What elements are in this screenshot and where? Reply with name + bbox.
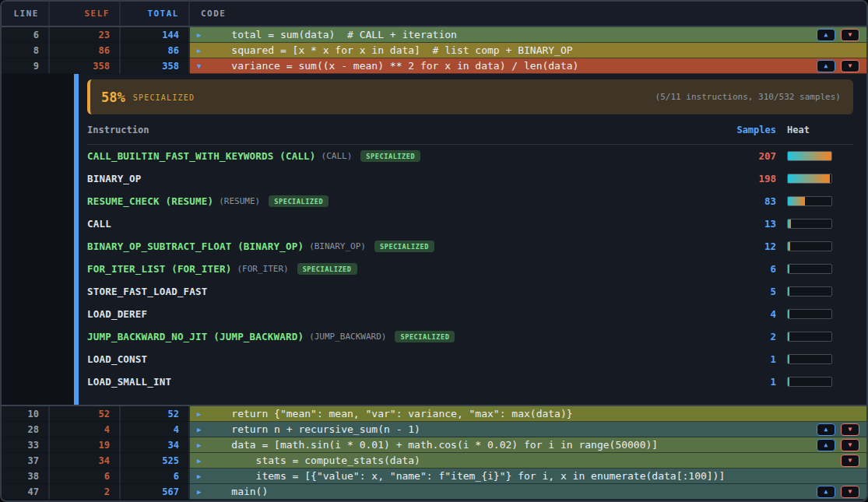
- instruction-row: JUMP_BACKWARD_NO_JIT (JUMP_BACKWARD)(JUM…: [87, 325, 853, 348]
- expand-icon[interactable]: ▶: [197, 426, 207, 434]
- opcode-name: LOAD_CONST: [87, 353, 147, 365]
- heat-bar: [787, 174, 832, 184]
- heat-bar: [787, 332, 832, 342]
- line-number: 37: [2, 453, 50, 469]
- opcode-name: LOAD_SMALL_INT: [87, 376, 171, 388]
- instruction-name-cell: LOAD_CONST: [87, 353, 722, 365]
- opcode-base-name: (RESUME): [219, 196, 260, 206]
- code-line-row: 9358358▼ variance = sum((x - mean) ** 2 …: [2, 58, 866, 74]
- line-number: 8: [2, 43, 50, 58]
- jump-up-button[interactable]: ▲: [817, 29, 835, 41]
- instruction-row: CALL_BUILTIN_FAST_WITH_KEYWORDS (CALL)(C…: [87, 145, 853, 167]
- line-number: 28: [2, 422, 50, 437]
- total-samples: 52: [121, 406, 190, 422]
- code-cell: ▶ squared = [x * x for x in data] # list…: [190, 43, 866, 58]
- row-nav-buttons: ▲▼: [817, 60, 859, 72]
- heat-bar: [787, 241, 832, 251]
- source-code-text: variance = sum((x - mean) ** 2 for x in …: [207, 60, 817, 72]
- total-samples: 144: [121, 27, 190, 43]
- heat-bar: [787, 219, 832, 229]
- instruction-row: BINARY_OP_SUBTRACT_FLOAT (BINARY_OP)(BIN…: [87, 235, 853, 258]
- line-number: 6: [2, 27, 50, 43]
- expand-icon[interactable]: ▶: [197, 457, 207, 465]
- heat-bar-fill: [788, 174, 830, 183]
- instruction-name-cell: FOR_ITER_LIST (FOR_ITER)(FOR_ITER)SPECIA…: [87, 263, 722, 275]
- heat-bar: [787, 286, 832, 297]
- source-code-text: return n + recursive_sum(n - 1): [207, 423, 817, 435]
- opcode-name: LOAD_DEREF: [87, 308, 147, 320]
- opcode-name: FOR_ITER_LIST (FOR_ITER): [87, 263, 231, 275]
- jump-down-button[interactable]: ▼: [841, 60, 859, 72]
- expand-icon[interactable]: ▶: [197, 488, 207, 496]
- heat-bar-fill: [788, 152, 831, 160]
- instruction-name-cell: CALL: [87, 218, 722, 230]
- heat-bar-fill: [788, 310, 789, 318]
- code-cell: ▶ return n + recursive_sum(n - 1)▲▼: [190, 422, 866, 437]
- code-line-row: 472567▶ main()▲▼: [2, 484, 866, 500]
- jump-up-button[interactable]: ▲: [817, 60, 835, 72]
- line-number: 9: [2, 58, 50, 74]
- expand-icon[interactable]: ▶: [197, 472, 207, 480]
- instruction-row: FOR_ITER_LIST (FOR_ITER)(FOR_ITER)SPECIA…: [87, 258, 853, 280]
- self-samples: 23: [50, 27, 121, 43]
- self-samples: 34: [50, 453, 121, 469]
- instruction-name-cell: RESUME_CHECK (RESUME)(RESUME)SPECIALIZED: [87, 195, 722, 207]
- expand-icon[interactable]: ▶: [197, 47, 207, 54]
- expand-icon[interactable]: ▶: [197, 441, 207, 449]
- specialization-panel-body: 58% SPECIALIZED (5/11 instructions, 310/…: [79, 74, 866, 405]
- samples-column-header[interactable]: Samples: [722, 125, 776, 135]
- opcode-name: BINARY_OP_SUBTRACT_FLOAT (BINARY_OP): [87, 240, 304, 252]
- heat-bar: [787, 264, 832, 274]
- instruction-name-cell: CALL_BUILTIN_FAST_WITH_KEYWORDS (CALL)(C…: [87, 150, 722, 162]
- source-code-text: total = sum(data) # CALL + iteration: [207, 29, 817, 40]
- jump-down-button[interactable]: ▼: [841, 423, 859, 436]
- self-samples: 52: [50, 406, 121, 422]
- heat-bar-fill: [788, 332, 789, 341]
- heat-bar: [787, 196, 832, 206]
- specialized-badge: SPECIALIZED: [395, 331, 455, 342]
- jump-down-button[interactable]: ▼: [841, 455, 859, 467]
- code-line-row: 88686▶ squared = [x * x for x in data] #…: [2, 43, 866, 58]
- code-line-row: 3866▶ items = [{"value": x, "name": f"it…: [2, 469, 866, 484]
- column-header-self: SELF: [50, 2, 121, 26]
- source-code-text: stats = compute_stats(data): [207, 455, 841, 466]
- instruction-row: BINARY_OP198: [87, 167, 853, 190]
- opcode-name: CALL: [87, 218, 111, 230]
- code-cell: ▶ total = sum(data) # CALL + iteration▲▼: [190, 27, 866, 43]
- code-cell: ▶ items = [{"value": x, "name": f"item_{…: [190, 469, 866, 484]
- source-code-text: return {"mean": mean, "var": variance, "…: [207, 408, 866, 420]
- specialized-percent: 58%: [101, 90, 125, 105]
- collapse-icon[interactable]: ▼: [197, 62, 207, 70]
- instruction-name-cell: LOAD_SMALL_INT: [87, 376, 722, 388]
- line-number: 33: [2, 437, 50, 453]
- expand-icon[interactable]: ▶: [197, 31, 207, 39]
- total-samples: 6: [121, 469, 190, 484]
- jump-down-button[interactable]: ▼: [841, 29, 859, 41]
- source-code-text: main(): [207, 486, 817, 497]
- sample-count: 1: [722, 376, 776, 388]
- jump-up-button[interactable]: ▲: [817, 486, 835, 498]
- specialized-label: SPECIALIZED: [133, 93, 195, 102]
- jump-down-button[interactable]: ▼: [841, 439, 859, 451]
- opcode-base-name: (JUMP_BACKWARD): [309, 332, 386, 342]
- row-nav-buttons: ▲▼: [817, 486, 859, 498]
- instruction-rows: CALL_BUILTIN_FAST_WITH_KEYWORDS (CALL)(C…: [87, 145, 853, 393]
- self-samples: 19: [50, 437, 121, 453]
- heat-bar: [787, 151, 832, 161]
- self-samples: 2: [50, 484, 121, 500]
- jump-up-button[interactable]: ▲: [817, 423, 835, 436]
- code-line-row: 331934▶ data = [math.sin(i * 0.01) + mat…: [2, 437, 866, 453]
- specialized-badge: SPECIALIZED: [374, 240, 434, 252]
- specialization-panel: 58% SPECIALIZED (5/11 instructions, 310/…: [2, 74, 866, 405]
- expand-icon[interactable]: ▶: [197, 410, 207, 418]
- opcode-name: CALL_BUILTIN_FAST_WITH_KEYWORDS (CALL): [87, 150, 316, 162]
- heat-bar-fill: [788, 355, 789, 363]
- code-line-row: 105252▶ return {"mean": mean, "var": var…: [2, 406, 866, 422]
- profiler-window: LINE SELF TOTAL CODE 623144▶ total = sum…: [0, 0, 868, 502]
- jump-up-button[interactable]: ▲: [817, 439, 835, 451]
- self-samples: 358: [50, 58, 121, 74]
- jump-down-button[interactable]: ▼: [841, 486, 859, 498]
- heat-bar-fill: [788, 219, 791, 228]
- self-samples: 6: [50, 469, 121, 484]
- opcode-base-name: (CALL): [322, 151, 353, 161]
